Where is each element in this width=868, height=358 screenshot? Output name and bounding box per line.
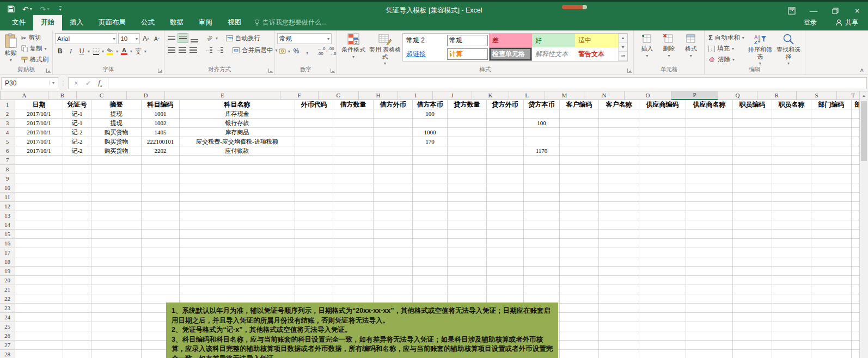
cell-G12[interactable]	[333, 202, 374, 211]
cell-R13[interactable]	[772, 211, 811, 220]
cell-R2[interactable]	[772, 109, 811, 119]
row-header-7[interactable]: 7	[0, 156, 15, 165]
cell-L7[interactable]	[524, 156, 560, 165]
accounting-format-button[interactable]	[277, 46, 287, 56]
tab-review[interactable]: 审阅	[191, 15, 220, 30]
cell-B23[interactable]	[63, 304, 91, 313]
cell-B15[interactable]	[63, 230, 91, 239]
cell-L17[interactable]	[524, 248, 560, 257]
cell-M5[interactable]	[560, 137, 599, 146]
cell-A28[interactable]	[15, 350, 63, 358]
cell-A19[interactable]	[15, 267, 63, 276]
cell-G11[interactable]	[333, 193, 374, 202]
cell-S10[interactable]	[811, 183, 852, 193]
sign-in-button[interactable]: 登录	[795, 18, 826, 30]
cell-M8[interactable]	[560, 165, 599, 174]
cell-E4[interactable]: 库存商品	[180, 128, 295, 137]
cell-O22[interactable]	[639, 294, 686, 304]
tab-page-layout[interactable]: 页面布局	[91, 15, 133, 30]
cell-F11[interactable]	[295, 193, 333, 202]
cell-L11[interactable]	[524, 193, 560, 202]
cell-Q9[interactable]	[733, 174, 772, 183]
cell-N21[interactable]	[599, 285, 639, 294]
cell-O4[interactable]	[639, 128, 686, 137]
cell-P13[interactable]	[686, 211, 733, 220]
align-left-button[interactable]	[167, 45, 176, 55]
cell-B27[interactable]	[63, 341, 91, 350]
cell-O10[interactable]	[639, 183, 686, 193]
cell-E15[interactable]	[180, 230, 295, 239]
cell-E12[interactable]	[180, 202, 295, 211]
column-header-D[interactable]: D	[127, 91, 165, 100]
cell-S20[interactable]	[811, 276, 852, 285]
cell-L12[interactable]	[524, 202, 560, 211]
cell-B7[interactable]	[63, 156, 91, 165]
cell-B5[interactable]: 记-2	[63, 137, 91, 146]
cell-P1[interactable]: 供应商名称	[686, 100, 733, 109]
cell-N4[interactable]	[599, 128, 639, 137]
cell-M25[interactable]	[560, 322, 599, 331]
cell-C9[interactable]	[91, 174, 142, 183]
cell-A22[interactable]	[15, 294, 63, 304]
cell-C23[interactable]	[91, 304, 142, 313]
row-header-20[interactable]: 20	[0, 276, 15, 285]
cell-F19[interactable]	[295, 267, 333, 276]
cell-M6[interactable]	[560, 146, 599, 156]
fill-color-dropdown-icon[interactable]: ▾	[116, 49, 118, 54]
cell-S3[interactable]	[811, 119, 852, 128]
font-name-select[interactable]: Arial▾	[55, 33, 117, 44]
fill-button[interactable]: ↓填充▾	[707, 44, 746, 53]
cell-M10[interactable]	[560, 183, 599, 193]
cell-N14[interactable]	[599, 220, 639, 230]
cell-R15[interactable]	[772, 230, 811, 239]
increase-decimal-button[interactable]: ←.0.00	[316, 46, 326, 56]
cell-E13[interactable]	[180, 211, 295, 220]
cell-H6[interactable]	[374, 146, 413, 156]
cell-R1[interactable]: 职员名称	[772, 100, 811, 109]
cell-J10[interactable]	[448, 183, 487, 193]
cell-G16[interactable]	[333, 239, 374, 248]
cell-G7[interactable]	[333, 156, 374, 165]
cell-D6[interactable]: 2202	[142, 146, 180, 156]
cell-M21[interactable]	[560, 285, 599, 294]
cell-E17[interactable]	[180, 248, 295, 257]
column-header-H[interactable]: H	[359, 91, 398, 100]
cell-F13[interactable]	[295, 211, 333, 220]
cell-Q10[interactable]	[733, 183, 772, 193]
cell-L21[interactable]	[524, 285, 560, 294]
cell-D2[interactable]: 1001	[142, 109, 180, 119]
cell-R11[interactable]	[772, 193, 811, 202]
cell-P3[interactable]	[686, 119, 733, 128]
cell-A20[interactable]	[15, 276, 63, 285]
cell-R14[interactable]	[772, 220, 811, 230]
cell-K19[interactable]	[487, 267, 524, 276]
cell-D21[interactable]	[142, 285, 180, 294]
cell-N12[interactable]	[599, 202, 639, 211]
cell-J5[interactable]	[448, 137, 487, 146]
delete-cells-button[interactable]: 删除▾	[658, 32, 680, 59]
cell-P7[interactable]	[686, 156, 733, 165]
cell-P9[interactable]	[686, 174, 733, 183]
cell-Q21[interactable]	[733, 285, 772, 294]
cell-D19[interactable]	[142, 267, 180, 276]
cell-D9[interactable]	[142, 174, 180, 183]
cell-D18[interactable]	[142, 257, 180, 267]
italic-button[interactable]: I	[66, 46, 76, 56]
cell-D15[interactable]	[142, 230, 180, 239]
cell-I8[interactable]	[413, 165, 448, 174]
undo-dropdown-icon[interactable]: ▾	[30, 7, 32, 11]
cell-B18[interactable]	[63, 257, 91, 267]
copy-button[interactable]: 复制▾	[20, 44, 51, 53]
cell-F1[interactable]: 外币代码	[295, 100, 333, 109]
cell-G9[interactable]	[333, 174, 374, 183]
conditional-dropdown-icon[interactable]: ▾	[352, 54, 354, 59]
cell-Q25[interactable]	[733, 322, 772, 331]
cell-A7[interactable]	[15, 156, 63, 165]
cell-P18[interactable]	[686, 257, 733, 267]
cell-G3[interactable]	[333, 119, 374, 128]
row-header-2[interactable]: 2	[0, 109, 15, 119]
row-header-1[interactable]: 1	[0, 100, 15, 109]
cell-R16[interactable]	[772, 239, 811, 248]
cell-G19[interactable]	[333, 267, 374, 276]
row-header-13[interactable]: 13	[0, 211, 15, 220]
